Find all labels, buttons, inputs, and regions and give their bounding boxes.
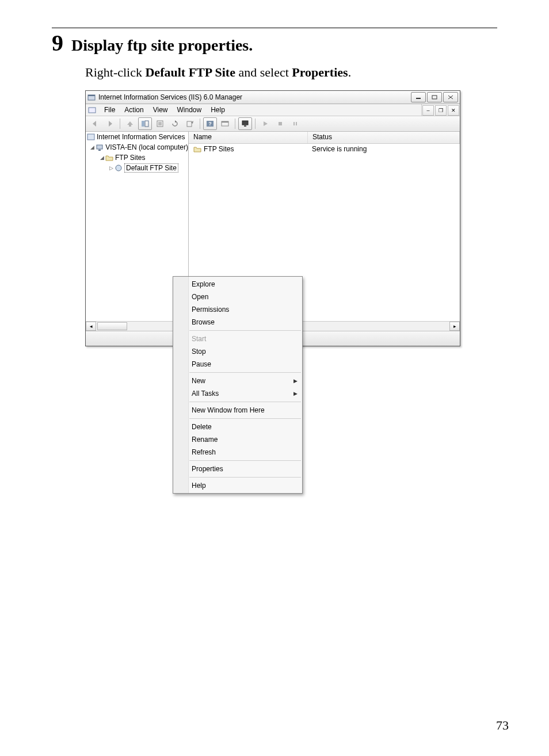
step-title: Display ftp site properties. [71,36,253,55]
window-icon[interactable] [218,117,232,130]
tree-root[interactable]: Internet Information Services [86,132,188,142]
svg-rect-6 [89,108,96,113]
ctx-permissions[interactable]: Permissions [173,303,302,316]
toolbar-separator [235,119,235,129]
scroll-right-icon[interactable]: ▸ [449,322,460,331]
toolbar-separator [200,119,200,129]
menu-bar: File Action View Window Help – ❐ ✕ [86,104,460,116]
svg-rect-8 [142,121,144,127]
service-icon [87,133,95,141]
collapse-icon[interactable]: ◢ [98,155,105,161]
minimize-button[interactable] [411,92,426,102]
context-menu-separator [189,402,301,402]
svg-rect-26 [98,150,101,151]
collapse-icon[interactable]: ◢ [89,144,96,150]
col-name[interactable]: Name [189,132,308,143]
menu-help[interactable]: Help [206,106,230,114]
ctx-properties[interactable]: Properties [173,463,302,475]
svg-rect-3 [432,96,437,99]
ctx-stop[interactable]: Stop [173,345,302,358]
pause-icon[interactable] [288,117,302,130]
scroll-thumb[interactable] [97,322,127,330]
ctx-all-tasks[interactable]: All Tasks▶ [173,387,302,400]
svg-rect-7 [129,124,131,127]
stop-icon[interactable] [273,117,287,130]
context-menu-separator [189,460,301,461]
ctx-new[interactable]: New▶ [173,375,302,387]
help-button[interactable]: ? [203,117,217,130]
context-menu-separator [189,477,301,478]
svg-rect-21 [279,122,282,125]
tree-ftp-sites[interactable]: ◢ FTP Sites [86,152,188,163]
refresh-button[interactable] [168,117,182,130]
menu-file[interactable]: File [100,106,120,114]
folder-icon [105,154,113,162]
svg-rect-19 [242,121,248,125]
svg-point-27 [116,165,121,171]
folder-icon [193,145,201,153]
computer-icon[interactable] [238,117,252,130]
col-status[interactable]: Status [308,132,460,143]
play-icon[interactable] [258,117,272,130]
instr-text: and select [235,65,292,79]
ctx-open[interactable]: Open [173,291,302,303]
menu-window[interactable]: Window [173,106,207,114]
mdi-minimize-button[interactable]: – [422,105,434,116]
ctx-browse[interactable]: Browse [173,316,302,329]
step-number: 9 [52,32,63,55]
step-instruction: Right-click Default FTP Site and select … [85,65,497,80]
ctx-new-window[interactable]: New Window from Here [173,404,302,417]
up-button[interactable] [123,117,137,130]
site-icon [115,164,123,172]
ctx-help[interactable]: Help [173,479,302,492]
back-button[interactable] [88,117,102,130]
tree-computer[interactable]: ◢ VISTA-EN (local computer) [86,142,188,152]
export-button[interactable] [183,117,197,130]
step-heading: 9 Display ftp site properties. [52,32,497,55]
app-icon [87,93,96,101]
instr-text: Right-click [85,65,145,79]
svg-rect-18 [222,121,228,123]
properties-button[interactable] [153,117,167,130]
toolbar: ? [86,116,460,132]
context-menu: Explore Open Permissions Browse Start St… [173,276,303,494]
list-name: FTP Sites [204,145,234,153]
title-bar: Internet Information Services (IIS) 6.0 … [86,91,460,104]
menu-action[interactable]: Action [120,106,148,114]
svg-rect-1 [88,95,95,96]
tree-computer-label: VISTA-EN (local computer) [105,143,188,151]
expand-icon[interactable]: ▷ [108,165,115,171]
page-number: 73 [496,718,509,733]
maximize-button[interactable] [427,92,442,102]
scroll-track[interactable] [96,322,178,330]
toolbar-separator [120,119,120,129]
menu-view[interactable]: View [148,106,173,114]
computer-node-icon [96,143,104,151]
ctx-rename[interactable]: Rename [173,433,302,446]
svg-rect-24 [87,134,94,140]
ctx-start: Start [173,333,302,345]
svg-rect-22 [293,122,295,125]
mdi-close-button[interactable]: ✕ [448,105,459,116]
context-menu-separator [189,330,301,331]
window-title: Internet Information Services (IIS) 6.0 … [98,93,410,101]
forward-button[interactable] [103,117,117,130]
context-menu-separator [189,418,301,419]
tree-site-label: Default FTP Site [124,163,178,173]
svg-rect-23 [296,122,297,125]
scroll-left-icon[interactable]: ◂ [86,322,96,331]
close-button[interactable] [443,92,458,102]
context-menu-separator [189,372,301,373]
ctx-refresh[interactable]: Refresh [173,446,302,459]
tree-default-ftp-site[interactable]: ▷ Default FTP Site [86,163,188,173]
ctx-pause[interactable]: Pause [173,358,302,371]
show-hide-tree-button[interactable] [138,117,152,130]
mdi-restore-button[interactable]: ❐ [435,105,447,116]
list-row[interactable]: FTP Sites Service is running [189,144,460,154]
ctx-delete[interactable]: Delete [173,421,302,433]
svg-rect-14 [187,121,192,127]
ctx-explore[interactable]: Explore [173,278,302,291]
svg-rect-20 [244,125,246,127]
list-status: Service is running [307,145,371,153]
toolbar-separator [255,119,256,129]
